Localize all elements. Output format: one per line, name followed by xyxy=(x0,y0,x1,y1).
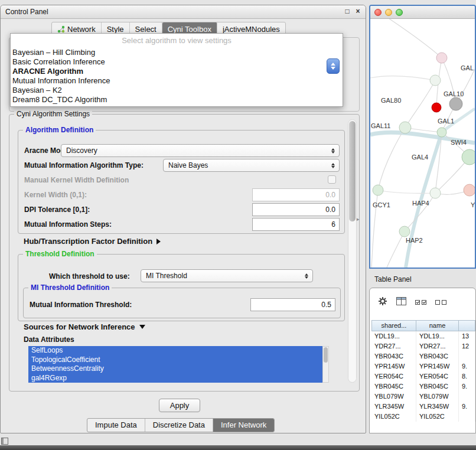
network-window-titlebar[interactable] xyxy=(370,6,475,19)
table-row[interactable]: YBL079WYBL079W xyxy=(371,392,475,402)
node-label-gal10: GAL10 xyxy=(444,90,464,97)
network-node[interactable] xyxy=(399,122,411,133)
attribute-item-selfloops[interactable]: SelfLoops xyxy=(28,346,322,356)
network-edge[interactable] xyxy=(385,19,442,58)
hide-columns-icon[interactable] xyxy=(435,300,446,305)
algorithm-option-dream8-dc-tdc-algorithm[interactable]: Dream8 DC_TDC Algorithm xyxy=(11,95,343,105)
tab-infer-network[interactable]: Infer Network xyxy=(213,419,274,432)
network-edge[interactable] xyxy=(370,76,435,80)
columns-icon[interactable] xyxy=(396,297,406,308)
table-panel-window: shared... name YDL19...YDL19...13YDR27..… xyxy=(369,288,476,433)
table-cell: YIL052C xyxy=(371,412,416,422)
column-header-extra[interactable] xyxy=(459,320,475,331)
threshold-definition-title: Threshold Definition xyxy=(23,250,97,258)
algorithm-option-bayesian-hill-climbing[interactable]: Bayesian – Hill Climbing xyxy=(11,48,343,57)
table-cell: 8. xyxy=(459,371,475,381)
network-node[interactable] xyxy=(373,185,383,195)
table-panel-title: Table Panel xyxy=(374,275,412,283)
network-node[interactable] xyxy=(464,184,475,196)
hub-section-toggle[interactable]: Hub/Transcription Factor Definition xyxy=(24,237,161,246)
which-threshold-value: MI Threshold xyxy=(146,272,302,280)
algorithm-option-bayesian-k2[interactable]: Bayesian – K2 xyxy=(11,86,343,95)
minimized-panel-icon[interactable] xyxy=(1,438,8,445)
table-header: shared... name xyxy=(371,320,475,331)
mi-steps-field[interactable]: 6 xyxy=(252,218,340,231)
sources-section-toggle[interactable]: Sources for Network Inference xyxy=(24,322,145,331)
minimize-traffic-light-icon[interactable] xyxy=(385,9,392,16)
attribute-list-scrollbar[interactable] xyxy=(322,346,329,383)
mi-algo-type-select[interactable]: Naive Bayes xyxy=(163,159,340,172)
combo-arrows-icon xyxy=(302,273,311,279)
table-cell xyxy=(459,392,475,402)
close-traffic-light-icon[interactable] xyxy=(374,9,382,16)
zoom-traffic-light-icon[interactable] xyxy=(396,9,403,16)
node-label-hap4: HAP4 xyxy=(412,200,429,207)
mi-threshold-field[interactable]: 0.5 xyxy=(250,298,335,311)
algorithm-definition-title: Algorithm Definition xyxy=(23,126,96,134)
network-graph[interactable]: GAL80GAL10GAL11GAL1SWI4GAL4GCY1HAP4HAP2G… xyxy=(370,19,475,268)
algorithm-option-aracne-algorithm[interactable]: ARACNE Algorithm xyxy=(11,67,343,76)
attribute-item-topologicalcoefficient[interactable]: TopologicalCoefficient xyxy=(28,356,322,365)
network-edge[interactable] xyxy=(405,80,435,128)
network-edge[interactable] xyxy=(378,190,435,193)
table-row[interactable]: YPR145WYPR145W9. xyxy=(371,361,475,371)
table-row[interactable]: YLR345WYLR345W9. xyxy=(371,402,475,412)
network-edge[interactable] xyxy=(378,128,405,190)
table-row[interactable]: YIL052CYIL052C xyxy=(371,412,475,422)
attribute-list-scrollbar-thumb[interactable] xyxy=(324,347,328,363)
node-label-gal: GAL xyxy=(461,64,474,71)
settings-scrollbar-thumb[interactable] xyxy=(349,121,356,221)
which-threshold-label: Which threshold to use: xyxy=(49,272,130,281)
attribute-list[interactable]: SelfLoopsTopologicalCoefficientBetweenne… xyxy=(28,346,322,383)
tab-discretize-data[interactable]: Discretize Data xyxy=(145,419,213,432)
column-header-name[interactable]: name xyxy=(416,320,459,331)
dpi-tolerance-label: DPI Tolerance [0,1]: xyxy=(24,206,90,214)
network-edge[interactable] xyxy=(387,231,405,268)
tab-impute-data[interactable]: Impute Data xyxy=(87,419,145,432)
network-node[interactable] xyxy=(449,97,462,110)
table-cell: YIL052C xyxy=(416,412,459,422)
settings-scrollbar[interactable] xyxy=(348,119,357,383)
control-panel-titlebar[interactable]: Control Panel □ × xyxy=(1,5,366,19)
network-node[interactable] xyxy=(437,128,446,137)
attribute-item-gal4rgexp[interactable]: gal4RGexp xyxy=(28,374,322,383)
which-threshold-select[interactable]: MI Threshold xyxy=(141,269,313,282)
table-cell: YDL19... xyxy=(371,331,416,341)
algorithm-option-basic-correlation-inference[interactable]: Basic Correlation Inference xyxy=(11,57,343,67)
network-node[interactable] xyxy=(432,103,441,112)
network-node[interactable] xyxy=(436,53,447,63)
table-row[interactable]: YBR045CYBR045C9. xyxy=(371,381,475,392)
table-cell xyxy=(459,412,475,422)
splitter-handle[interactable]: ▸ xyxy=(357,216,360,222)
attribute-item-betweennesscentrality[interactable]: BetweennessCentrality xyxy=(28,364,322,374)
apply-button[interactable]: Apply xyxy=(159,399,200,412)
manual-kernel-checkbox[interactable] xyxy=(328,175,336,184)
show-columns-icon[interactable] xyxy=(415,300,426,305)
table-cell: YPR145W xyxy=(416,361,459,371)
column-header-shared-name[interactable]: shared... xyxy=(371,320,416,331)
network-node[interactable] xyxy=(430,75,441,86)
table-cell: 13 xyxy=(459,331,475,341)
close-window-icon[interactable]: × xyxy=(354,7,362,15)
network-node[interactable] xyxy=(430,188,441,198)
table-row[interactable]: YDR27...YDR27...12 xyxy=(371,341,475,351)
bottom-bar xyxy=(0,445,476,450)
table-row[interactable]: YDL19...YDL19...13 xyxy=(371,331,475,341)
table-row[interactable]: YBR043CYBR043C xyxy=(371,351,475,361)
network-node[interactable] xyxy=(399,226,410,237)
algorithm-option-mutual-information-inference[interactable]: Mutual Information Inference xyxy=(11,76,343,86)
mi-steps-label: Mutual Information Steps: xyxy=(24,220,112,229)
table-toolbar xyxy=(378,296,446,308)
tab-label: Select xyxy=(135,25,157,34)
gear-icon[interactable] xyxy=(378,296,387,308)
algorithm-combobox-arrows-icon[interactable] xyxy=(327,58,340,74)
float-window-icon[interactable]: □ xyxy=(343,7,351,15)
network-node[interactable] xyxy=(462,149,475,165)
dpi-tolerance-field[interactable]: 0.0 xyxy=(252,203,340,216)
table-cell xyxy=(459,351,475,361)
table-row[interactable]: YER054CYER054C8. xyxy=(371,371,475,381)
node-label-gal4: GAL4 xyxy=(412,154,428,161)
kernel-width-field[interactable]: 0.0 xyxy=(252,188,340,201)
desktop: Control Panel □ × NetworkStyleSelectCyni… xyxy=(0,0,476,450)
aracne-mode-select[interactable]: Discovery xyxy=(61,144,340,157)
